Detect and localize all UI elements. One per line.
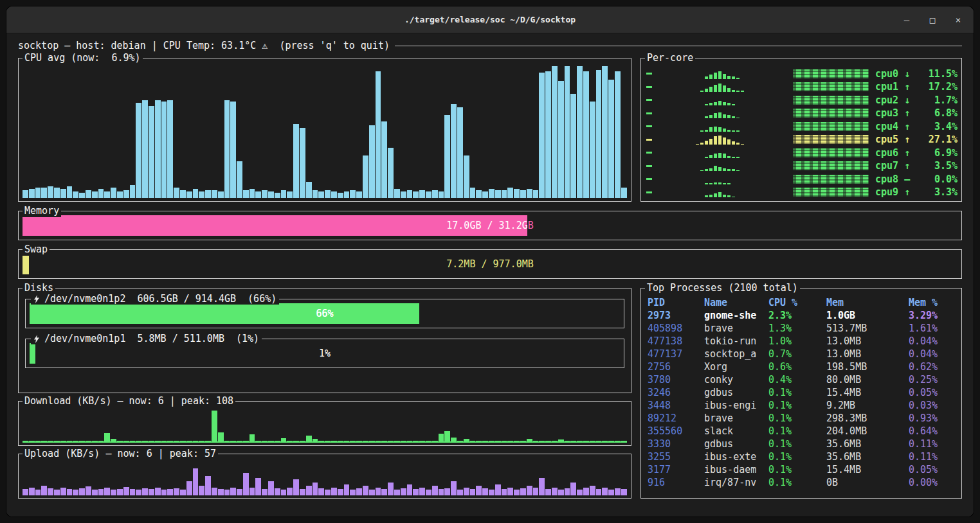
download-title: Download (KB/s) — now: 6 | peak: 108 xyxy=(23,395,235,407)
chart-bar xyxy=(520,441,526,441)
process-cpu: 0.1% xyxy=(768,450,826,463)
process-row[interactable]: 2973gnome-she2.3%1.0GB3.29% xyxy=(648,309,956,322)
chart-bar xyxy=(602,441,608,441)
chart-bar xyxy=(293,124,299,198)
chart-bar xyxy=(565,488,570,495)
process-memp: 0.93% xyxy=(909,412,956,425)
close-icon[interactable]: × xyxy=(953,15,963,25)
cpu-avg-panel: CPU avg (now: 6.9%) xyxy=(18,58,631,202)
process-row[interactable]: 3330gdbus0.1%35.6MB0.11% xyxy=(648,438,956,450)
process-row[interactable]: 3246gdbus0.1%15.4MB0.05% xyxy=(648,386,956,399)
chart-bar xyxy=(350,490,356,495)
sparkline-bar xyxy=(714,154,717,157)
chart-bar xyxy=(218,489,224,495)
chart-bar xyxy=(199,441,204,441)
disk-gauge-label: 1% xyxy=(30,343,620,364)
process-name: ibus-engi xyxy=(704,399,768,412)
process-row[interactable]: 3177ibus-daem0.1%15.4MB0.05% xyxy=(648,463,956,476)
chart-bar xyxy=(79,488,85,495)
chart-bar xyxy=(111,490,116,495)
process-row[interactable]: 477137socktop_a0.7%13.0MB0.04% xyxy=(648,348,956,360)
chart-bar xyxy=(275,488,280,495)
chart-bar xyxy=(527,439,532,441)
memory-gauge: 17.0GB / 31.2GB 17.0GB / 31.2GB xyxy=(23,215,957,236)
chart-bar xyxy=(230,441,236,441)
sparkline-bar xyxy=(709,168,712,172)
sparkline-bar xyxy=(705,76,708,78)
chart-bar xyxy=(495,190,501,198)
process-row[interactable]: 2756Xorg0.6%198.5MB0.62% xyxy=(648,360,956,373)
sparkline-bar xyxy=(727,195,730,197)
chart-bar xyxy=(533,190,539,198)
process-memp: 0.05% xyxy=(909,463,956,476)
chart-bar xyxy=(338,489,343,495)
sparkline-bar xyxy=(714,102,717,105)
chart-bar xyxy=(381,441,387,441)
core-activity-tick xyxy=(646,112,652,114)
chart-bar xyxy=(149,489,154,495)
sparkline-bar xyxy=(718,167,721,171)
core-row: cpu5 ↑27.1% xyxy=(645,134,957,146)
chart-bar xyxy=(457,441,463,441)
core-name: cpu4 ↑ xyxy=(875,121,910,132)
chart-bar xyxy=(117,441,123,441)
chart-bar xyxy=(155,441,161,441)
sparkline-bar xyxy=(736,143,740,145)
chart-bar xyxy=(300,441,305,441)
chart-bar xyxy=(444,488,450,495)
cpu-avg-chart xyxy=(23,66,627,198)
sparkline-bar xyxy=(727,183,730,184)
core-sparkline xyxy=(655,69,789,79)
core-percent: 3.5% xyxy=(934,160,957,172)
maximize-icon[interactable]: □ xyxy=(927,15,938,25)
disk-partition-label: /dev/nvme0n1p2 606.5GB / 914.4GB (66%) xyxy=(44,293,277,305)
process-pid: 916 xyxy=(648,476,704,489)
chart-bar xyxy=(123,441,129,441)
core-activity-tick xyxy=(646,73,652,75)
process-row[interactable]: 477138tokio-run1.0%13.0MB0.04% xyxy=(648,335,956,348)
process-row[interactable]: 3448ibus-engi0.1%9.2MB0.03% xyxy=(648,399,956,412)
sparkline-bar xyxy=(709,75,712,78)
process-row[interactable]: 3255ibus-exte0.1%35.6MB0.11% xyxy=(648,450,956,463)
chart-bar xyxy=(596,489,602,495)
sparkline-bar xyxy=(723,183,726,184)
chart-bar xyxy=(174,441,179,441)
chart-bar xyxy=(60,189,66,198)
chart-bar xyxy=(224,441,230,441)
process-name: ibus-daem xyxy=(704,463,768,476)
chart-bar xyxy=(224,100,230,198)
chart-bar xyxy=(325,190,331,198)
core-history-block xyxy=(793,135,869,144)
sparkline-bar xyxy=(732,90,735,92)
core-activity-tick xyxy=(646,191,652,193)
core-activity-tick xyxy=(646,86,652,88)
process-row[interactable]: 405898brave1.3%513.7MB1.61% xyxy=(648,322,956,335)
core-activity-tick xyxy=(646,152,652,154)
chart-bar xyxy=(237,489,242,495)
chart-bar xyxy=(250,434,255,441)
core-history-block xyxy=(793,175,869,184)
core-name: cpu0 ↓ xyxy=(875,68,910,80)
chart-bar xyxy=(502,489,507,495)
process-name: gdbus xyxy=(704,438,768,450)
core-row: cpu6 ↑6.9% xyxy=(645,146,957,159)
disk-partition-label: /dev/nvme0n1p1 5.8MB / 511.0MB (1%) xyxy=(44,333,259,344)
chart-bar xyxy=(130,441,136,441)
chart-bar xyxy=(545,441,551,441)
minimize-icon[interactable]: – xyxy=(902,15,912,25)
window-titlebar[interactable]: ./target/release/soc ~/D/G/socktop – □ × xyxy=(6,6,974,33)
chart-bar xyxy=(363,486,368,495)
chart-bar xyxy=(514,189,520,198)
core-sparkline xyxy=(655,82,789,92)
chart-bar xyxy=(54,188,60,198)
core-activity-tick xyxy=(646,139,652,141)
process-row[interactable]: 3780conky0.4%80.0MB0.25% xyxy=(648,373,956,386)
sparkline-bar xyxy=(705,116,708,118)
chart-bar xyxy=(104,433,110,441)
process-row[interactable]: 916irq/87-nv0.1%0B0.00% xyxy=(648,476,956,489)
process-row[interactable]: 355560slack0.1%204.0MB0.64% xyxy=(648,425,956,438)
process-row[interactable]: 89212brave0.1%298.3MB0.93% xyxy=(648,412,956,425)
chart-bar xyxy=(142,488,148,495)
process-mem: 35.6MB xyxy=(826,438,909,450)
process-pid: 89212 xyxy=(648,412,704,425)
